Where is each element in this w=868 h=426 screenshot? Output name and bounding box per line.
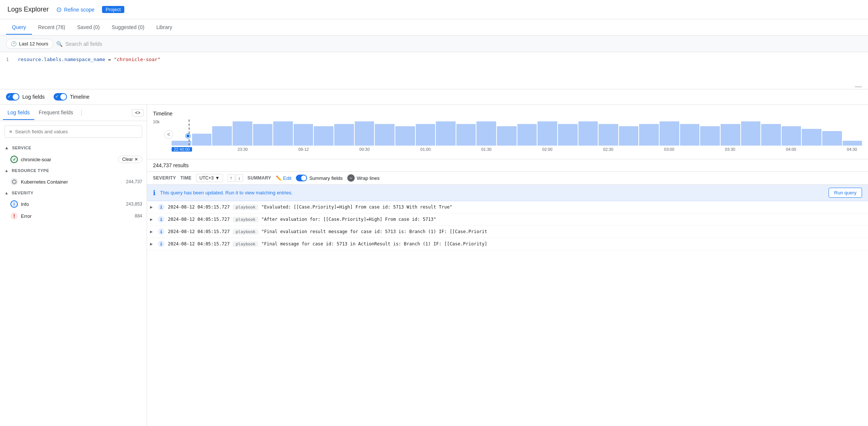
chart-bar[interactable] bbox=[741, 121, 761, 146]
chart-bar[interactable] bbox=[314, 126, 334, 146]
sort-desc-button[interactable]: ↓ bbox=[236, 174, 243, 182]
time-range-label: Last 12 hours bbox=[19, 41, 48, 47]
chart-bar[interactable] bbox=[192, 134, 212, 146]
severity-error-item[interactable]: ! Error 884 bbox=[0, 210, 147, 222]
line-number: 1 bbox=[6, 57, 9, 62]
chart-bar[interactable] bbox=[619, 126, 639, 146]
chart-bar[interactable] bbox=[822, 131, 842, 146]
clear-label: Clear bbox=[122, 157, 133, 162]
chart-bar[interactable] bbox=[599, 124, 618, 146]
chart-bar[interactable] bbox=[416, 124, 435, 146]
chart-bar[interactable] bbox=[680, 124, 700, 146]
query-editor[interactable]: 1 resource.labels.namespace_name = "chro… bbox=[0, 52, 868, 89]
log-row[interactable]: ▶ i 2024-08-12 04:05:15.727 playbook "Fi… bbox=[147, 226, 868, 238]
search-fields-input[interactable] bbox=[15, 129, 137, 134]
project-badge[interactable]: Project bbox=[102, 6, 124, 13]
summary-fields-toggle[interactable] bbox=[296, 175, 307, 181]
chart-bar[interactable] bbox=[700, 126, 720, 146]
chart-bar[interactable] bbox=[253, 124, 273, 146]
clear-x-icon: ✕ bbox=[134, 157, 138, 162]
chart-bar[interactable] bbox=[476, 121, 496, 146]
log-label: playbook bbox=[233, 229, 258, 235]
chart-bar[interactable] bbox=[395, 126, 415, 146]
timeline-toggle[interactable]: ✓ bbox=[54, 93, 67, 101]
clock-icon: 🕐 bbox=[11, 41, 17, 47]
chart-x-label bbox=[618, 147, 639, 152]
sort-buttons: ↑ ↓ bbox=[227, 174, 243, 182]
chart-nav-prev-button[interactable]: < bbox=[164, 130, 173, 139]
chart-bar[interactable] bbox=[497, 126, 517, 146]
refine-scope-button[interactable]: ⊙ Refine scope bbox=[56, 6, 95, 14]
chart-bar[interactable] bbox=[436, 121, 456, 146]
search-placeholder: Search all fields bbox=[66, 41, 102, 47]
chart-bar[interactable] bbox=[721, 124, 740, 146]
run-query-button[interactable]: Run query bbox=[829, 188, 862, 198]
chart-bar[interactable] bbox=[843, 141, 862, 146]
chart-bar[interactable] bbox=[334, 124, 354, 146]
chart-bar[interactable] bbox=[639, 124, 659, 146]
expand-collapse-button[interactable]: <> bbox=[132, 109, 144, 117]
service-chronicle-soar-item[interactable]: ✓ chronicle-soar Clear ✕ bbox=[0, 153, 147, 165]
severity-section-header[interactable]: ▲ SEVERITY bbox=[0, 188, 147, 198]
utc-timezone-selector[interactable]: UTC+3 ▼ bbox=[196, 174, 223, 182]
chart-bar[interactable] bbox=[294, 124, 313, 146]
tab-library[interactable]: Library bbox=[150, 20, 178, 35]
info-banner-text: This query has been updated. Run it to v… bbox=[160, 190, 824, 195]
service-section-header[interactable]: ▲ SERVICE bbox=[0, 142, 147, 153]
chart-bar[interactable] bbox=[537, 121, 557, 146]
chart-bar[interactable] bbox=[761, 124, 781, 146]
chart-x-label: 01:00 bbox=[415, 147, 436, 152]
log-fields-toggle[interactable]: ✓ bbox=[6, 93, 19, 101]
sort-asc-button[interactable]: ↑ bbox=[227, 174, 235, 182]
tab-saved[interactable]: Saved (0) bbox=[71, 20, 106, 35]
chart-bar[interactable] bbox=[456, 124, 476, 146]
chart-x-labels: 22:40:0023:3008-1200:3001:0001:3002:0002… bbox=[153, 147, 862, 152]
log-message: "Final evaluation result message for cas… bbox=[261, 229, 865, 234]
log-time: 2024-08-12 04:05:15.727 bbox=[168, 229, 230, 234]
chart-bar[interactable] bbox=[172, 141, 191, 146]
search-icon: 🔍 bbox=[56, 41, 63, 47]
chart-x-label bbox=[395, 147, 415, 152]
info-banner-icon: ℹ bbox=[153, 189, 156, 197]
chart-bar[interactable] bbox=[782, 126, 801, 146]
search-all-fields-input[interactable]: 🔍 Search all fields bbox=[56, 41, 862, 47]
time-range-button[interactable]: 🕐 Last 12 hours bbox=[6, 39, 53, 49]
severity-section-label: SEVERITY bbox=[12, 191, 33, 195]
resource-type-section-header[interactable]: ▲ RESOURCE TYPE bbox=[0, 165, 147, 176]
chart-bar[interactable] bbox=[212, 126, 232, 146]
chart-bar[interactable] bbox=[660, 121, 679, 146]
chart-dot-indicator bbox=[186, 134, 190, 138]
tab-query[interactable]: Query bbox=[6, 20, 32, 35]
log-row[interactable]: ▶ i 2024-08-12 04:05:15.727 playbook "Af… bbox=[147, 213, 868, 226]
log-row[interactable]: ▶ i 2024-08-12 04:05:15.727 playbook "Ev… bbox=[147, 201, 868, 213]
chart-bar[interactable] bbox=[233, 121, 252, 146]
kubernetes-container-item[interactable]: ⬡ Kubernetes Container 244,737 bbox=[0, 176, 147, 188]
clear-button[interactable]: Clear ✕ bbox=[118, 156, 142, 163]
expand-arrow-icon: ▶ bbox=[150, 217, 156, 222]
left-panel: Log fields Frequent fields | <> ≡ ▲ SERV… bbox=[0, 105, 147, 426]
resize-handle[interactable] bbox=[855, 86, 862, 88]
timeline-toggle-item: ✓ Timeline bbox=[54, 93, 89, 101]
chart-x-label bbox=[517, 147, 537, 152]
chart-bar[interactable] bbox=[517, 124, 537, 146]
toggle-bar: ✓ Log fields ✓ Timeline bbox=[0, 89, 868, 105]
timeline-chart: 10k < 22:40:0023:3008-1200:3001:0001:300… bbox=[153, 120, 862, 153]
chart-x-label: 03:00 bbox=[659, 147, 680, 152]
panel-tab-frequent-fields[interactable]: Frequent fields bbox=[34, 106, 78, 120]
log-fields-check-icon: ✓ bbox=[7, 94, 11, 99]
chart-bar[interactable] bbox=[802, 129, 821, 146]
chart-bar[interactable] bbox=[375, 124, 395, 146]
tab-suggested[interactable]: Suggested (0) bbox=[106, 20, 150, 35]
severity-info-item[interactable]: i Info 243,853 bbox=[0, 198, 147, 210]
panel-tab-log-fields[interactable]: Log fields bbox=[3, 106, 34, 120]
kubernetes-container-label: Kubernetes Container bbox=[21, 179, 123, 185]
chart-bar[interactable] bbox=[273, 121, 293, 146]
info-count: 243,853 bbox=[126, 201, 142, 207]
severity-info-badge: i bbox=[157, 240, 165, 248]
chart-bar[interactable] bbox=[355, 121, 374, 146]
log-row[interactable]: ▶ i 2024-08-12 04:05:15.727 playbook "Fi… bbox=[147, 238, 868, 250]
chart-bar[interactable] bbox=[558, 124, 578, 146]
tab-recent[interactable]: Recent (78) bbox=[32, 20, 71, 35]
chart-bar[interactable] bbox=[578, 121, 598, 146]
edit-button[interactable]: ✏️ Edit bbox=[276, 175, 291, 181]
